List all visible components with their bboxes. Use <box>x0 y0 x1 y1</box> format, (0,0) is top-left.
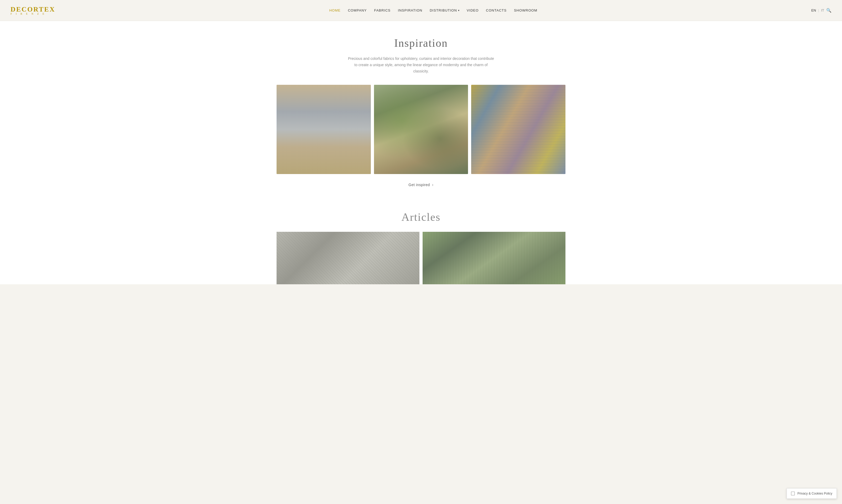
article-image-2 <box>423 232 565 284</box>
gallery-image-1 <box>277 85 371 174</box>
gallery-image-3 <box>471 85 565 174</box>
lang-it[interactable]: IT <box>821 8 824 12</box>
language-selector: EN | IT 🔍 <box>811 8 831 13</box>
main-content: Inspiration Precious and colorful fabric… <box>0 21 842 284</box>
get-inspired-link[interactable]: Get inspired › <box>408 182 433 187</box>
article-item-1[interactable] <box>277 232 419 284</box>
article-item-2[interactable] <box>423 232 565 284</box>
nav-inspiration[interactable]: INSPIRATION <box>398 8 422 12</box>
inspiration-title: Inspiration <box>5 37 837 49</box>
get-inspired-label: Get inspired <box>408 183 430 187</box>
inspiration-gallery <box>277 85 565 174</box>
search-button[interactable]: 🔍 <box>826 8 831 13</box>
articles-title: Articles <box>5 211 837 223</box>
get-inspired-arrow-icon: › <box>432 182 434 187</box>
logo[interactable]: DECORTEX F I R E N Z E <box>11 5 55 15</box>
logo-sub-text: F I R E N Z E <box>11 12 46 15</box>
nav-fabrics[interactable]: FABRICS <box>374 8 390 12</box>
articles-section: Articles <box>0 198 842 284</box>
inspiration-subtitle: Precious and colorful fabrics for uphols… <box>348 56 494 74</box>
nav-distribution[interactable]: DISTRIBUTION ▾ <box>430 8 459 12</box>
gallery-item-1[interactable] <box>277 85 371 174</box>
distribution-chevron-icon: ▾ <box>458 9 459 12</box>
header: DECORTEX F I R E N Z E HOME COMPANY FABR… <box>0 0 842 21</box>
nav-company[interactable]: COMPANY <box>348 8 367 12</box>
lang-en[interactable]: EN <box>811 8 816 12</box>
nav-showroom[interactable]: SHOWROOM <box>514 8 537 12</box>
gallery-item-3[interactable] <box>471 85 565 174</box>
gallery-image-2 <box>374 85 468 174</box>
article-image-1 <box>277 232 419 284</box>
nav-video[interactable]: VIDEO <box>467 8 478 12</box>
main-nav: HOME COMPANY FABRICS INSPIRATION DISTRIB… <box>329 8 537 12</box>
gallery-item-2[interactable] <box>374 85 468 174</box>
lang-separator: | <box>818 8 819 12</box>
nav-distribution-link[interactable]: DISTRIBUTION <box>430 8 457 12</box>
nav-home[interactable]: HOME <box>329 8 340 12</box>
nav-contacts[interactable]: CONTACTS <box>486 8 507 12</box>
inspiration-section: Inspiration Precious and colorful fabric… <box>0 21 842 198</box>
articles-gallery <box>277 232 565 284</box>
